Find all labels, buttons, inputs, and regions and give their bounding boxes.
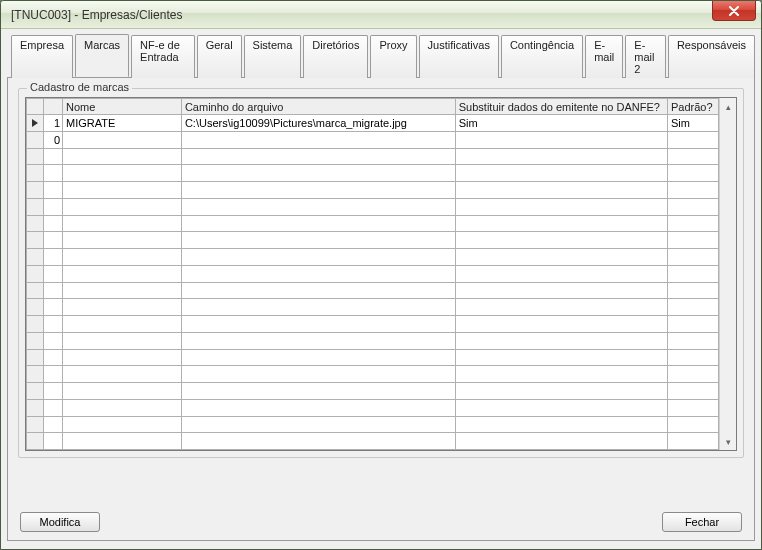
cell-nome[interactable]: MIGRATE [63, 115, 182, 132]
table-row[interactable]: 0 [27, 131, 719, 148]
table-row[interactable] [27, 366, 719, 383]
scroll-down-icon[interactable]: ▾ [720, 433, 736, 450]
row-indicator-cell [27, 115, 44, 132]
cell-padrao[interactable]: Sim [668, 115, 719, 132]
table-row[interactable] [27, 299, 719, 316]
table-row[interactable] [27, 399, 719, 416]
table-row[interactable] [27, 316, 719, 333]
table-row[interactable] [27, 383, 719, 400]
tab-proxy[interactable]: Proxy [370, 35, 416, 78]
cell-padrao[interactable] [668, 131, 719, 148]
groupbox-cadastro-marcas: Cadastro de marcas [18, 88, 744, 458]
marcas-grid[interactable]: Nome Caminho do arquivo Substituir dados… [26, 98, 719, 450]
row-indicator-cell [27, 131, 44, 148]
table-row[interactable] [27, 265, 719, 282]
grid-header-substituir[interactable]: Substituir dados do emitente no DANFE? [455, 99, 667, 115]
table-row[interactable] [27, 165, 719, 182]
tab-justificativas[interactable]: Justificativas [419, 35, 499, 78]
close-button[interactable]: Fechar [662, 512, 742, 532]
tabpanel-marcas: Cadastro de marcas [7, 77, 755, 541]
tabstrip: Empresa Marcas NF-e de Entrada Geral Sis… [7, 33, 755, 76]
grid-header-nome[interactable]: Nome [63, 99, 182, 115]
cell-id[interactable]: 1 [43, 115, 62, 132]
tab-nfe-entrada[interactable]: NF-e de Entrada [131, 35, 195, 78]
grid-header-caminho[interactable]: Caminho do arquivo [181, 99, 455, 115]
table-row[interactable] [27, 332, 719, 349]
table-row[interactable] [27, 148, 719, 165]
table-row[interactable] [27, 249, 719, 266]
grid-wrapper: Nome Caminho do arquivo Substituir dados… [25, 97, 737, 451]
table-row[interactable] [27, 198, 719, 215]
table-row[interactable]: 1 MIGRATE C:\Users\ig10099\Pictures\marc… [27, 115, 719, 132]
cell-caminho[interactable]: C:\Users\ig10099\Pictures\marca_migrate.… [181, 115, 455, 132]
tab-contingencia[interactable]: Contingência [501, 35, 583, 78]
current-row-indicator-icon [32, 119, 38, 127]
cell-substituir[interactable] [455, 131, 667, 148]
grid-header-padrao[interactable]: Padrão? [668, 99, 719, 115]
vertical-scrollbar[interactable]: ▴ ▾ [719, 98, 736, 450]
tab-marcas[interactable]: Marcas [75, 34, 129, 77]
tab-responsaveis[interactable]: Responsáveis [668, 35, 755, 78]
table-row[interactable] [27, 232, 719, 249]
tab-sistema[interactable]: Sistema [244, 35, 302, 78]
titlebar: [TNUC003] - Empresas/Clientes [1, 1, 761, 29]
table-row[interactable] [27, 433, 719, 450]
window-close-button[interactable] [712, 1, 756, 21]
groupbox-legend: Cadastro de marcas [27, 81, 132, 93]
client-area: Empresa Marcas NF-e de Entrada Geral Sis… [1, 29, 761, 549]
app-window: [TNUC003] - Empresas/Clientes Empresa Ma… [0, 0, 762, 550]
tab-geral[interactable]: Geral [197, 35, 242, 78]
modify-button[interactable]: Modifica [20, 512, 100, 532]
tab-diretorios[interactable]: Diretórios [303, 35, 368, 78]
table-row[interactable] [27, 416, 719, 433]
button-bar: Modifica Fechar [18, 502, 744, 532]
table-row[interactable] [27, 282, 719, 299]
cell-caminho[interactable] [181, 131, 455, 148]
close-icon [728, 6, 740, 16]
tab-email[interactable]: E-mail [585, 35, 623, 78]
tab-empresa[interactable]: Empresa [11, 35, 73, 78]
grid-header-indicator [27, 99, 44, 115]
cell-id[interactable]: 0 [43, 131, 62, 148]
cell-nome[interactable] [63, 131, 182, 148]
table-row[interactable] [27, 182, 719, 199]
table-row[interactable] [27, 215, 719, 232]
cell-substituir[interactable]: Sim [455, 115, 667, 132]
grid-body: 1 MIGRATE C:\Users\ig10099\Pictures\marc… [27, 115, 719, 450]
tab-email2[interactable]: E-mail 2 [625, 35, 666, 78]
table-row[interactable] [27, 349, 719, 366]
scroll-up-icon[interactable]: ▴ [720, 98, 736, 115]
grid-header-id[interactable] [43, 99, 62, 115]
window-title: [TNUC003] - Empresas/Clientes [11, 8, 182, 22]
